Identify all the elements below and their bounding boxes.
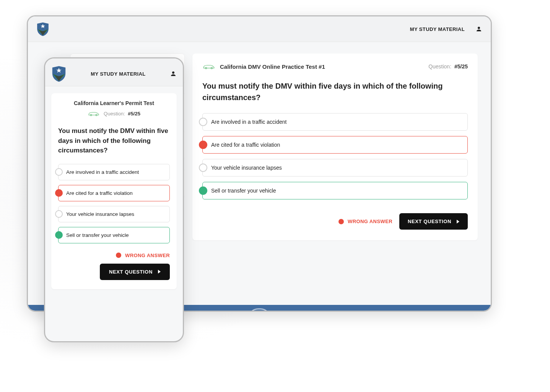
triangle-right-icon bbox=[158, 270, 161, 274]
answer-option[interactable]: Are involved in a traffic accident bbox=[202, 113, 468, 131]
shield-logo-icon bbox=[51, 65, 67, 82]
radio-dot-icon bbox=[199, 118, 207, 126]
answer-text: Your vehicle insurance lapses bbox=[211, 165, 282, 171]
answer-option[interactable]: Your vehicle insurance lapses bbox=[202, 159, 468, 177]
car-icon bbox=[88, 110, 100, 117]
user-icon[interactable] bbox=[475, 26, 482, 32]
svg-point-1 bbox=[478, 27, 480, 29]
radio-dot-icon bbox=[199, 186, 207, 195]
mobile-header: MY STUDY MATERIAL bbox=[45, 58, 183, 86]
result-badge: WRONG ANSWER bbox=[338, 219, 392, 224]
question-text: You must notify the DMV within five days… bbox=[58, 126, 170, 156]
test-title: California Learner's Permit Test bbox=[58, 100, 170, 106]
app-logo bbox=[51, 65, 67, 82]
test-title: California DMV Online Practice Test #1 bbox=[220, 63, 325, 70]
user-icon[interactable] bbox=[170, 70, 177, 77]
question-text: You must notify the DMV within five days… bbox=[202, 80, 468, 103]
svg-point-5 bbox=[172, 71, 174, 74]
answer-text: Are involved in a traffic accident bbox=[66, 169, 139, 175]
answer-text: Sell or transfer your vehicle bbox=[211, 188, 276, 194]
desktop-header: MY STUDY MATERIAL bbox=[28, 16, 491, 42]
answer-text: Are cited for a traffic violation bbox=[211, 142, 280, 148]
quiz-card: California DMV Online Practice Test #1 Q… bbox=[192, 53, 478, 240]
next-question-button[interactable]: NEXT QUESTION bbox=[100, 264, 170, 280]
answer-option[interactable]: Sell or transfer your vehicle bbox=[58, 227, 170, 243]
answer-option[interactable]: Your vehicle insurance lapses bbox=[58, 206, 170, 222]
answer-option[interactable]: Are cited for a traffic violation bbox=[58, 185, 170, 201]
answer-text: Are involved in a traffic accident bbox=[211, 119, 286, 125]
quiz-card: California Learner's Permit Test Questio… bbox=[51, 93, 177, 289]
answer-list: Are involved in a traffic accidentAre ci… bbox=[58, 164, 170, 243]
radio-dot-icon bbox=[199, 141, 207, 149]
question-counter: Question: #5/25 bbox=[428, 63, 468, 70]
radio-dot-icon bbox=[55, 231, 63, 239]
radio-dot-icon bbox=[55, 189, 63, 197]
my-study-material-link[interactable]: MY STUDY MATERIAL bbox=[91, 71, 145, 77]
radio-dot-icon bbox=[55, 168, 63, 176]
answer-text: Sell or transfer your vehicle bbox=[66, 232, 129, 238]
result-badge: WRONG ANSWER bbox=[116, 253, 170, 258]
arc-icon bbox=[248, 308, 271, 312]
answer-text: Your vehicle insurance lapses bbox=[66, 211, 134, 217]
shield-logo-icon bbox=[36, 22, 49, 36]
radio-dot-icon bbox=[55, 210, 63, 218]
result-dot-icon bbox=[116, 253, 121, 258]
app-logo bbox=[36, 22, 49, 36]
answer-option[interactable]: Are involved in a traffic accident bbox=[58, 164, 170, 180]
answer-option[interactable]: Are cited for a traffic violation bbox=[202, 136, 468, 154]
result-dot-icon bbox=[338, 219, 344, 224]
next-question-button[interactable]: NEXT QUESTION bbox=[399, 213, 468, 230]
my-study-material-link[interactable]: MY STUDY MATERIAL bbox=[410, 26, 465, 32]
radio-dot-icon bbox=[199, 164, 207, 172]
mobile-frame: MY STUDY MATERIAL California Learner's P… bbox=[44, 57, 184, 342]
car-icon bbox=[202, 63, 215, 70]
answer-list: Are involved in a traffic accidentAre ci… bbox=[202, 113, 468, 199]
triangle-right-icon bbox=[457, 220, 459, 224]
answer-option[interactable]: Sell or transfer your vehicle bbox=[202, 182, 468, 199]
answer-text: Are cited for a traffic violation bbox=[66, 190, 133, 196]
question-counter: Question: #5/25 bbox=[104, 111, 140, 117]
